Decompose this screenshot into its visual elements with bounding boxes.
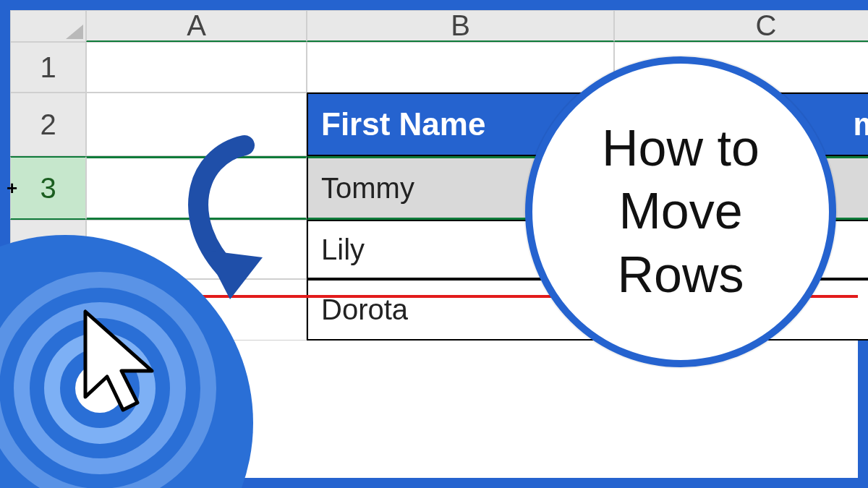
row-header-3-selected[interactable]: + 3 <box>10 156 86 220</box>
row-header-3-label: 3 <box>40 172 56 205</box>
callout-line2: Move <box>618 183 742 239</box>
cell-a1[interactable] <box>86 42 307 93</box>
callout-text: How to Move Rows <box>602 117 760 307</box>
insert-row-plus-icon: + <box>7 177 17 200</box>
select-all-corner[interactable] <box>10 10 86 42</box>
cursor-arrow-icon <box>71 303 179 419</box>
callout-line1: How to <box>602 120 760 176</box>
cell-b1[interactable] <box>307 42 614 93</box>
column-header-b[interactable]: B <box>307 10 614 42</box>
column-header-c[interactable]: C <box>614 10 868 42</box>
callout-line3: Rows <box>617 247 744 303</box>
row-header-2[interactable]: 2 <box>10 93 86 156</box>
column-header-a[interactable]: A <box>86 10 307 42</box>
row-header-1[interactable]: 1 <box>10 42 86 93</box>
callout-circle: How to Move Rows <box>525 56 836 367</box>
